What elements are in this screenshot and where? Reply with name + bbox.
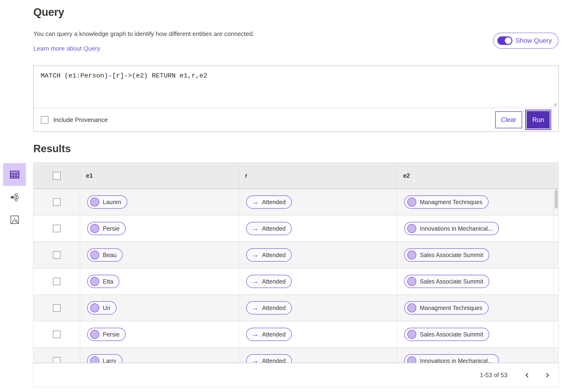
- relation-pill[interactable]: → Attended: [246, 248, 292, 262]
- relation-pill[interactable]: → Attended: [246, 354, 292, 363]
- show-query-toggle-button[interactable]: Show Query: [493, 33, 558, 49]
- entity-pill[interactable]: Sales Associate Summit: [404, 248, 489, 262]
- row-checkbox[interactable]: [53, 251, 60, 259]
- previous-page-button[interactable]: [522, 370, 533, 380]
- row-checkbox-cell: [33, 242, 80, 268]
- row-checkbox[interactable]: [53, 304, 60, 312]
- relation-pill[interactable]: → Attended: [246, 301, 292, 314]
- row-checkbox-cell: [33, 321, 80, 347]
- relation-pill[interactable]: → Attended: [246, 222, 292, 235]
- row-checkbox-cell: [33, 295, 80, 321]
- vertical-scrollbar-thumb[interactable]: [555, 190, 558, 209]
- column-header-r: r: [239, 172, 247, 179]
- next-page-button[interactable]: [542, 370, 552, 380]
- row-checkbox-cell: [33, 215, 80, 241]
- entity-pill[interactable]: Innovations in Mechanical...: [404, 354, 499, 363]
- query-editor-panel: MATCH (e1:Person)-[r]->(e2) RETURN e1,r,…: [33, 66, 559, 132]
- entity-node-icon: [407, 330, 416, 339]
- row-checkbox-cell: [33, 348, 80, 363]
- table-footer: 1-53 of 53: [33, 363, 558, 387]
- arrow-right-icon: →: [252, 251, 259, 259]
- row-checkbox-cell: [33, 268, 80, 294]
- table-row: Etta → Attended Sales Associate Summit: [33, 268, 558, 295]
- entity-pill[interactable]: Sales Associate Summit: [404, 275, 489, 288]
- entity-node-icon: [407, 303, 416, 312]
- entity-pill[interactable]: Etta: [87, 275, 119, 288]
- entity-pill[interactable]: Sales Associate Summit: [404, 328, 489, 341]
- entity-pill[interactable]: Beau: [87, 248, 123, 262]
- entity-pill[interactable]: Uri: [87, 301, 116, 314]
- arrow-right-icon: →: [252, 277, 259, 285]
- chevron-left-icon: [524, 372, 530, 378]
- table-row: Uri → Attended Managment Techniques: [33, 295, 558, 321]
- arrow-right-icon: →: [252, 224, 259, 232]
- entity-pill[interactable]: Managment Techniques: [404, 301, 489, 314]
- results-table: e1 r e2 Lauren → Attended Manag: [33, 163, 559, 387]
- table-body: Lauren → Attended Managment Techniques P…: [33, 189, 558, 363]
- relation-pill[interactable]: → Attended: [246, 328, 292, 341]
- select-all-checkbox[interactable]: [53, 172, 61, 180]
- entity-pill[interactable]: Managment Techniques: [404, 196, 489, 209]
- chevron-right-icon: [544, 372, 550, 378]
- page-title: Query: [33, 6, 64, 18]
- select-all-cell: [33, 163, 80, 189]
- entity-pill[interactable]: Lauren: [87, 196, 127, 209]
- row-checkbox[interactable]: [53, 198, 60, 206]
- resize-grip-icon[interactable]: [552, 101, 558, 107]
- query-controls-bar: Include Provenance Clear Run: [34, 108, 558, 132]
- table-view-button[interactable]: [3, 163, 26, 186]
- entity-node-icon: [90, 224, 99, 233]
- entity-pill[interactable]: Persie: [87, 222, 126, 235]
- column-header-e2: e2: [397, 172, 410, 179]
- row-checkbox[interactable]: [53, 357, 60, 363]
- entity-node-icon: [90, 330, 99, 339]
- table-icon: [9, 168, 21, 181]
- table-row: Larry → Attended Innovations in Mechanic…: [33, 348, 558, 363]
- learn-more-link[interactable]: Learn more about Query: [33, 45, 100, 52]
- knowledge-graph-query-page: Query You can query a knowledge graph to…: [0, 0, 567, 392]
- row-checkbox-cell: [33, 189, 80, 215]
- run-button-focus-ring: Run: [525, 110, 551, 130]
- arrow-right-icon: →: [252, 357, 259, 363]
- row-checkbox[interactable]: [53, 278, 60, 285]
- clear-button[interactable]: Clear: [495, 111, 522, 128]
- entity-node-icon: [90, 303, 99, 312]
- arrow-right-icon: →: [252, 304, 259, 312]
- entity-node-icon: [90, 277, 99, 286]
- entity-node-icon: [407, 224, 416, 233]
- results-title: Results: [33, 143, 71, 154]
- show-query-label: Show Query: [515, 37, 552, 44]
- entity-node-icon: [407, 277, 416, 286]
- relation-pill[interactable]: → Attended: [246, 196, 292, 209]
- row-checkbox[interactable]: [53, 225, 60, 232]
- network-view-button[interactable]: [3, 186, 26, 209]
- arrow-right-icon: →: [252, 330, 259, 338]
- relation-pill[interactable]: → Attended: [246, 275, 292, 288]
- entity-node-icon: [407, 197, 416, 207]
- table-row: Persie → Attended Sales Associate Summit: [33, 321, 558, 348]
- query-textarea[interactable]: MATCH (e1:Person)-[r]->(e2) RETURN e1,r,…: [34, 66, 558, 108]
- entity-node-icon: [407, 356, 416, 363]
- entity-pill[interactable]: Innovations in Mechanical...: [404, 222, 499, 235]
- entity-node-icon: [90, 356, 99, 363]
- view-switcher: [3, 163, 26, 231]
- query-description: You can query a knowledge graph to ident…: [33, 30, 254, 38]
- include-provenance-label: Include Provenance: [53, 116, 108, 124]
- table-row: Beau → Attended Sales Associate Summit: [33, 242, 558, 268]
- entity-node-icon: [90, 197, 99, 207]
- run-button[interactable]: Run: [526, 111, 550, 128]
- entity-pill[interactable]: Larry: [87, 354, 122, 363]
- arrow-right-icon: →: [252, 198, 259, 206]
- table-row: Persie → Attended Innovations in Mechani…: [33, 215, 558, 242]
- table-row: Lauren → Attended Managment Techniques: [33, 189, 558, 215]
- include-provenance-checkbox[interactable]: [41, 116, 48, 124]
- pagination-range: 1-53 of 53: [480, 371, 508, 379]
- column-header-e1: e1: [80, 172, 93, 179]
- map-route-icon: [9, 214, 20, 225]
- row-checkbox[interactable]: [53, 331, 60, 338]
- toggle-switch-on[interactable]: [497, 36, 512, 45]
- entity-pill[interactable]: Persie: [87, 328, 126, 341]
- map-view-button[interactable]: [3, 209, 26, 231]
- toggle-knob: [505, 37, 512, 44]
- table-header-row: e1 r e2: [33, 163, 558, 189]
